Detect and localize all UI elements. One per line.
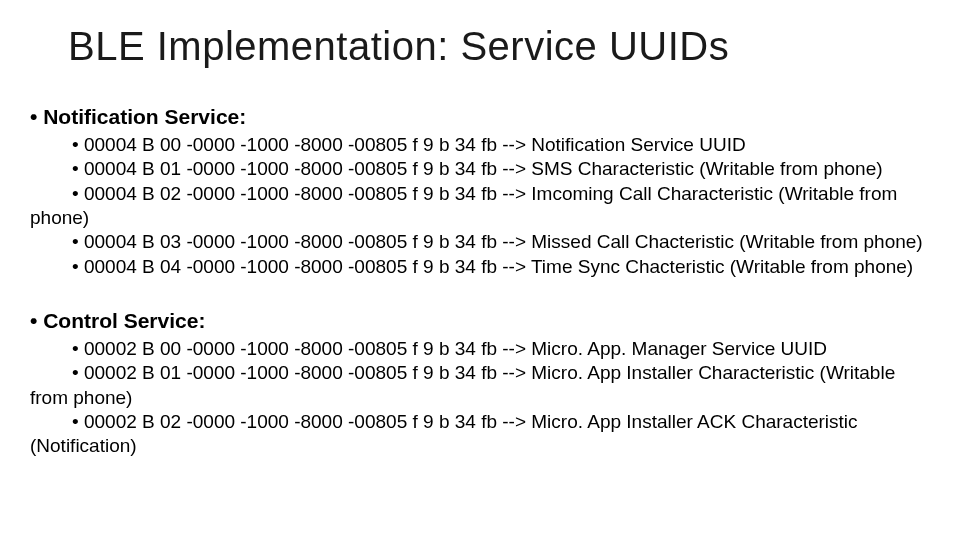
- section-heading: Notification Service:: [30, 105, 930, 129]
- list-item: 00004 B 00 -0000 -1000 -8000 -00805 f 9 …: [72, 133, 930, 157]
- list-item-wrap: (Notification): [30, 434, 930, 458]
- bullet-icon: [72, 183, 84, 204]
- list-item-text: 00004 B 00 -0000 -1000 -8000 -00805 f 9 …: [84, 134, 746, 155]
- list-item-text: 00002 B 02 -0000 -1000 -8000 -00805 f 9 …: [84, 411, 858, 432]
- list-item: 00004 B 03 -0000 -1000 -8000 -00805 f 9 …: [72, 230, 930, 254]
- bullet-icon: [72, 134, 84, 155]
- list-item-text: 00002 B 00 -0000 -1000 -8000 -00805 f 9 …: [84, 338, 827, 359]
- bullet-icon: [72, 362, 84, 383]
- slide-title: BLE Implementation: Service UUIDs: [68, 24, 930, 69]
- bullet-icon: [72, 411, 84, 432]
- section-body: 00002 B 00 -0000 -1000 -8000 -00805 f 9 …: [72, 337, 930, 459]
- list-item: 00002 B 02 -0000 -1000 -8000 -00805 f 9 …: [72, 410, 930, 434]
- list-item-text: 00004 B 01 -0000 -1000 -8000 -00805 f 9 …: [84, 158, 883, 179]
- bullet-icon: [72, 231, 84, 252]
- bullet-icon: [30, 309, 43, 332]
- section-body: 00004 B 00 -0000 -1000 -8000 -00805 f 9 …: [72, 133, 930, 279]
- section-heading-text: Notification Service:: [43, 105, 246, 128]
- slide: BLE Implementation: Service UUIDs Notifi…: [0, 0, 960, 540]
- section-heading-text: Control Service:: [43, 309, 205, 332]
- list-item-wrap: from phone): [30, 386, 930, 410]
- list-item-text: 00004 B 02 -0000 -1000 -8000 -00805 f 9 …: [84, 183, 897, 204]
- section-control: Control Service: 00002 B 00 -0000 -1000 …: [30, 309, 930, 459]
- list-item-text: 00004 B 04 -0000 -1000 -8000 -00805 f 9 …: [84, 256, 913, 277]
- list-item: 00004 B 02 -0000 -1000 -8000 -00805 f 9 …: [72, 182, 930, 206]
- bullet-icon: [30, 105, 43, 128]
- list-item-wrap: phone): [30, 206, 930, 230]
- list-item-text: 00002 B 01 -0000 -1000 -8000 -00805 f 9 …: [84, 362, 895, 383]
- bullet-icon: [72, 338, 84, 359]
- list-item: 00004 B 01 -0000 -1000 -8000 -00805 f 9 …: [72, 157, 930, 181]
- list-item: 00002 B 00 -0000 -1000 -8000 -00805 f 9 …: [72, 337, 930, 361]
- list-item: 00002 B 01 -0000 -1000 -8000 -00805 f 9 …: [72, 361, 930, 385]
- bullet-icon: [72, 158, 84, 179]
- list-item: 00004 B 04 -0000 -1000 -8000 -00805 f 9 …: [72, 255, 930, 279]
- bullet-icon: [72, 256, 84, 277]
- section-heading: Control Service:: [30, 309, 930, 333]
- list-item-text: 00004 B 03 -0000 -1000 -8000 -00805 f 9 …: [84, 231, 923, 252]
- section-notification: Notification Service: 00004 B 00 -0000 -…: [30, 105, 930, 279]
